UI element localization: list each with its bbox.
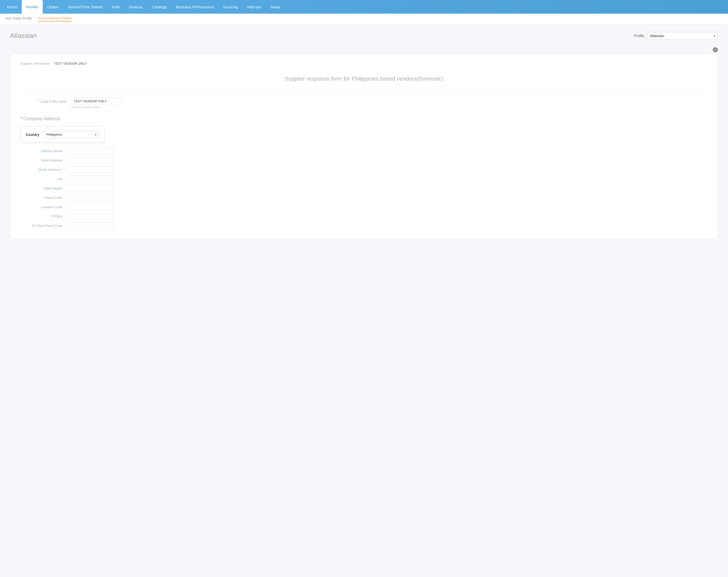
address-row-street-address: Street Address [26, 157, 707, 164]
profile-select-wrapper: Atlassian [647, 32, 718, 40]
address-row-postal-code: Postal Code [26, 194, 707, 201]
address-label-state-region: State Region [26, 187, 66, 190]
form-card: Supplier Information TEST VENDOR ONLY Su… [10, 54, 718, 240]
address-input-address-name[interactable] [66, 147, 113, 154]
legal-entity-name-hint: Vendor Company Name [71, 106, 707, 109]
legal-entity-name-content: Vendor Company Name [71, 98, 707, 109]
profile-header-row: Atlassian Profile Atlassian [10, 32, 718, 40]
sub-nav-customer-profiles[interactable]: Your Customer Profiles [38, 16, 72, 22]
nav-item-asn[interactable]: ASN [107, 0, 124, 13]
supplier-info-label: Supplier Information [21, 62, 50, 65]
company-address-label: Company Address [23, 116, 60, 121]
address-input-postal-code[interactable] [66, 194, 113, 201]
nav-item-service-time-sheets[interactable]: Service/Time Sheets [63, 0, 107, 13]
address-label-po-box-postal-code: PO Box Postal Code [26, 224, 66, 228]
profile-select[interactable]: Atlassian [647, 32, 718, 40]
address-input-city[interactable] [66, 175, 113, 183]
address-input-po-box[interactable] [66, 213, 113, 220]
country-select-wrapper: Philippines [44, 131, 99, 138]
profile-select-label: Profile [634, 34, 644, 38]
address-label-address-name: Address Name [26, 149, 66, 153]
nav-item-orders[interactable]: Orders [43, 0, 63, 13]
legal-entity-name-input[interactable] [71, 98, 122, 105]
nav-item-business-performance[interactable]: Business Performance [171, 0, 218, 13]
address-input-state-region[interactable] [66, 185, 113, 192]
profile-select-group: Profile Atlassian [634, 32, 718, 40]
address-label-postal-code: Postal Code [26, 196, 66, 199]
sub-nav: Your Public Profile Your Customer Profil… [0, 13, 728, 24]
address-row-street-address-2: Street Address 2 [26, 166, 707, 173]
sub-nav-public-profile[interactable]: Your Public Profile [5, 17, 32, 21]
country-select[interactable]: Philippines [44, 131, 99, 138]
address-label-po-box: PO Box [26, 215, 66, 218]
address-input-location-code[interactable] [66, 203, 113, 211]
form-title: Supplier response form for Philippines b… [21, 71, 707, 90]
country-card-label: Country [26, 133, 40, 137]
company-address-section: * Company Address Country Philippines Ad… [21, 116, 707, 229]
address-label-city: City [26, 177, 66, 181]
address-row-address-name: Address Name [26, 147, 707, 154]
address-row-po-box: PO Box [26, 213, 707, 220]
country-card: Country Philippines [21, 127, 104, 142]
address-input-street-address-2[interactable] [66, 166, 113, 173]
address-input-street-address[interactable] [66, 157, 113, 164]
form-area: i Supplier Information TEST VENDOR ONLY … [10, 47, 718, 240]
address-label-street-address-2: Street Address 2 [26, 168, 66, 171]
address-row-city: City [26, 175, 707, 183]
address-label-street-address: Street Address [26, 158, 66, 162]
nav-item-catalogs[interactable]: Catalogs [147, 0, 171, 13]
address-label-location-code: Location Code [26, 205, 66, 209]
nav-item-invoices[interactable]: Invoices [124, 0, 147, 13]
company-address-required-star: * [21, 116, 22, 121]
address-fields: Address NameStreet AddressStreet Address… [26, 147, 707, 229]
address-row-po-box-postal-code: PO Box Postal Code [26, 222, 707, 229]
company-name-heading: Atlassian [10, 32, 37, 40]
legal-entity-name-row: Legal Entity Name Vendor Company Name [21, 98, 707, 109]
supplier-info-value: TEST VENDOR ONLY [54, 62, 87, 65]
legal-entity-name-label: Legal Entity Name [21, 98, 71, 103]
nav-item-home[interactable]: Home [2, 0, 22, 13]
nav-item-profile[interactable]: Profile [22, 0, 43, 13]
nav-item-setup[interactable]: Setup [266, 0, 285, 13]
info-icon[interactable]: i [713, 47, 718, 52]
main-nav: Home Profile Orders Service/Time Sheets … [0, 0, 728, 13]
main-content: Atlassian Profile Atlassian i Supplier I… [0, 24, 728, 577]
supplier-info-row: Supplier Information TEST VENDOR ONLY [21, 62, 707, 65]
address-row-state-region: State Region [26, 185, 707, 192]
info-icon-row: i [10, 47, 718, 52]
nav-item-sourcing[interactable]: Sourcing [218, 0, 242, 13]
address-row-location-code: Location Code [26, 203, 707, 211]
address-input-po-box-postal-code[interactable] [66, 222, 113, 229]
nav-item-add-ons[interactable]: Add-ons [243, 0, 266, 13]
company-address-heading: * Company Address [21, 116, 707, 121]
